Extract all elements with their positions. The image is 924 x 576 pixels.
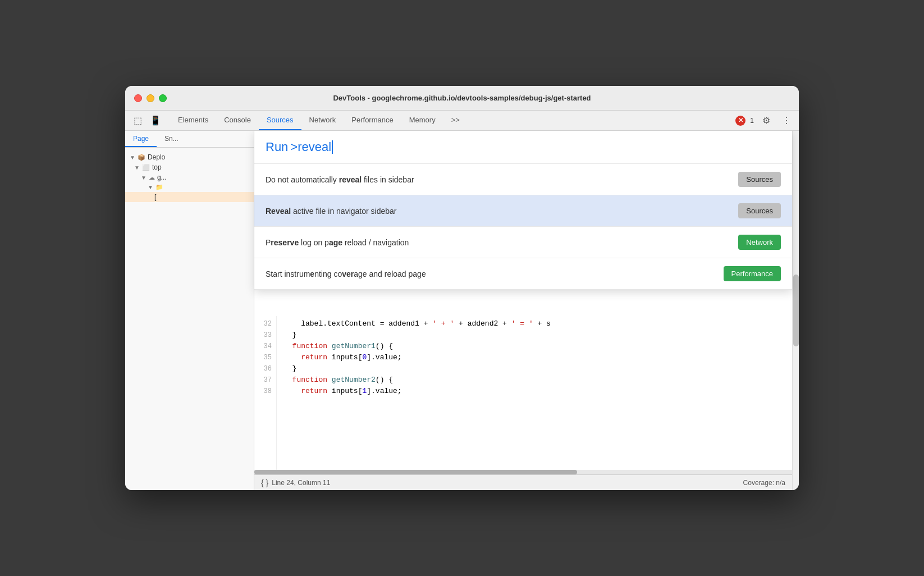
device-toolbar-icon[interactable]: 📱 <box>148 113 163 129</box>
sidebar: Page Sn... ▼ 📦 Deplo ▼ ⬜ top ▼ ☁ g... <box>125 131 254 490</box>
tab-elements[interactable]: Elements <box>170 111 216 130</box>
status-bar: { } Line 24, Column 11 Coverage: n/a <box>254 474 792 490</box>
folder-icon: 📁 <box>155 184 163 191</box>
result-badge-sources-1[interactable]: Sources <box>738 172 781 187</box>
error-count: 1 <box>750 117 754 125</box>
arrow-icon: ▼ <box>134 164 140 171</box>
line-num-35: 35 <box>259 352 272 363</box>
tree-item-g[interactable]: ▼ ☁ g... <box>125 172 254 182</box>
result-badge-network[interactable]: Network <box>738 235 781 250</box>
code-line-34: function getNumber1() { <box>283 341 785 352</box>
toolbar-right: ✕ 1 ⚙ ⋮ <box>735 113 794 129</box>
arrow-icon: ▼ <box>148 184 153 190</box>
title-bar: DevTools - googlechrome.github.io/devtoo… <box>125 86 799 111</box>
code-line-33: } <box>283 330 785 341</box>
close-button[interactable] <box>134 94 142 102</box>
command-result-1[interactable]: Do not automatically reveal files in sid… <box>254 164 792 195</box>
line-num-34: 34 <box>259 341 272 352</box>
command-input-value[interactable]: reveal <box>298 140 331 154</box>
vertical-scrollbar[interactable] <box>792 131 799 490</box>
cloud-icon: ☁ <box>149 174 155 181</box>
result-text-2: Reveal active file in navigator sidebar <box>266 207 738 216</box>
result-badge-performance[interactable]: Performance <box>724 266 781 281</box>
tree-item-label: top <box>152 163 162 171</box>
status-left: { } Line 24, Column 11 <box>261 478 330 487</box>
command-result-4[interactable]: Start instrumenting coverage and reload … <box>254 258 792 290</box>
tree-item-top[interactable]: ▼ ⬜ top <box>125 162 254 172</box>
result-text-3: Preserve log on page reload / navigation <box>266 238 738 247</box>
tree-item-label: [ <box>154 193 156 201</box>
line-num-37: 37 <box>259 374 272 386</box>
sidebar-tab-snippets[interactable]: Sn... <box>157 131 186 147</box>
result-text-1: Do not automatically reveal files in sid… <box>266 175 738 184</box>
devtools-window: DevTools - googlechrome.github.io/devtoo… <box>125 86 799 490</box>
bold-text: e <box>310 269 314 278</box>
tab-list: Elements Console Sources Network Perform… <box>170 111 468 130</box>
command-result-2[interactable]: Reveal active file in navigator sidebar … <box>254 195 792 227</box>
arrow-icon: ▼ <box>141 175 147 181</box>
command-input-row: Run > reveal <box>254 131 792 164</box>
tab-more[interactable]: >> <box>443 111 468 130</box>
inspect-icon[interactable]: ⬚ <box>130 113 145 129</box>
sidebar-tabs: Page Sn... <box>125 131 254 148</box>
command-run-label: Run <box>266 140 288 154</box>
bold-text-2: ver <box>342 269 354 278</box>
command-palette: Run > reveal Do not automatically reveal… <box>254 131 792 290</box>
cursor <box>332 140 333 154</box>
tree-item-label: g... <box>157 173 167 181</box>
bold-text-2: age <box>329 238 342 247</box>
code-line-36: } <box>283 363 785 374</box>
devtools-toolbar: ⬚ 📱 Elements Console Sources Network Per… <box>125 111 799 131</box>
line-num-32: 32 <box>259 318 272 330</box>
tab-performance[interactable]: Performance <box>344 111 401 130</box>
cursor-position: Line 24, Column 11 <box>272 479 330 487</box>
more-options-icon[interactable]: ⋮ <box>779 113 794 129</box>
code-line-38: return inputs[1].value; <box>283 386 785 397</box>
line-numbers: 32 33 34 35 36 37 38 <box>254 316 277 470</box>
line-num-33: 33 <box>259 330 272 341</box>
bold-text: reveal <box>339 175 362 184</box>
tab-console[interactable]: Console <box>216 111 259 130</box>
line-num-38: 38 <box>259 386 272 397</box>
bold-text: reserve <box>271 238 299 247</box>
scrollbar-thumb <box>254 470 577 474</box>
bold-text: Reveal <box>266 207 291 216</box>
coverage-status: Coverage: n/a <box>743 479 785 487</box>
tab-network[interactable]: Network <box>301 111 344 130</box>
braces-icon: { } <box>261 478 268 487</box>
line-num-36: 36 <box>259 363 272 374</box>
main-content: Page Sn... ▼ 📦 Deplo ▼ ⬜ top ▼ ☁ g... <box>125 131 799 490</box>
tree-item-folder[interactable]: ▼ 📁 <box>125 182 254 192</box>
window-title: DevTools - googlechrome.github.io/devtoo… <box>333 94 591 102</box>
arrow-icon: ▼ <box>130 154 135 161</box>
scrollbar-thumb-vertical <box>793 275 799 346</box>
tree-item-file[interactable]: [ <box>125 192 254 202</box>
result-badge-sources-2[interactable]: Sources <box>738 203 781 218</box>
result-text-4: Start instrumenting coverage and reload … <box>266 269 724 278</box>
code-line-37: function getNumber2() { <box>283 374 785 386</box>
command-result-3[interactable]: Preserve log on page reload / navigation… <box>254 227 792 258</box>
sidebar-tab-page[interactable]: Page <box>125 131 157 147</box>
code-line-35: return inputs[0].value; <box>283 352 785 363</box>
code-area: Run > reveal Do not automatically reveal… <box>254 131 792 490</box>
tree-item-label: Deplo <box>148 153 165 161</box>
error-badge[interactable]: ✕ <box>735 116 745 126</box>
tab-sources[interactable]: Sources <box>259 111 301 130</box>
code-line-32: label.textContent = addend1 + ' + ' + ad… <box>283 318 785 330</box>
horizontal-scrollbar[interactable] <box>254 470 792 474</box>
tree-item-deploy[interactable]: ▼ 📦 Deplo <box>125 152 254 162</box>
top-icon: ⬜ <box>142 164 150 171</box>
minimize-button[interactable] <box>147 94 154 102</box>
sidebar-tree: ▼ 📦 Deplo ▼ ⬜ top ▼ ☁ g... ▼ 📁 <box>125 148 254 490</box>
settings-icon[interactable]: ⚙ <box>758 113 774 129</box>
traffic-lights <box>134 94 167 102</box>
command-prefix: > <box>290 140 298 154</box>
deploy-icon: 📦 <box>138 154 145 161</box>
tab-memory[interactable]: Memory <box>401 111 443 130</box>
code-lines: label.textContent = addend1 + ' + ' + ad… <box>277 316 792 470</box>
code-editor[interactable]: 32 33 34 35 36 37 38 label.textContent =… <box>254 316 792 470</box>
maximize-button[interactable] <box>159 94 167 102</box>
